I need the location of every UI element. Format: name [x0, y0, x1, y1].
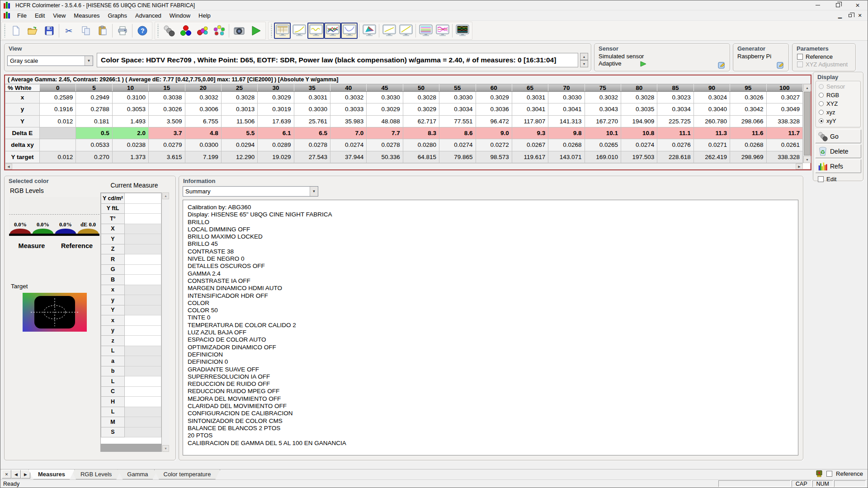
table-cell[interactable]: 0.0300 [185, 139, 221, 151]
new-file-button[interactable] [7, 23, 24, 39]
table-cell[interactable]: 0.2589 [40, 92, 76, 103]
table-cell[interactable]: 0.3028 [621, 92, 657, 103]
table-cell[interactable]: 62.717 [403, 115, 439, 127]
snapshot-button[interactable] [231, 23, 247, 39]
table-cell[interactable]: 9.3 [512, 127, 548, 139]
menu-edit[interactable]: Edit [31, 11, 49, 20]
table-cell[interactable]: 9.8 [548, 127, 585, 139]
table-cell[interactable]: 0.3026 [730, 92, 766, 103]
menu-file[interactable]: File [13, 11, 31, 20]
table-cell[interactable]: 7.7 [367, 127, 403, 139]
table-cell[interactable]: 143.071 [548, 151, 585, 163]
table-cell[interactable]: 25.761 [294, 115, 330, 127]
table-cell[interactable]: 0.3019 [258, 103, 294, 115]
go-button[interactable]: Go [815, 129, 861, 143]
table-cell[interactable]: 10.1 [585, 127, 621, 139]
document-icon[interactable] [3, 12, 11, 19]
table-cell[interactable]: 141.313 [548, 115, 585, 127]
measure-grayscale-button[interactable] [160, 23, 177, 39]
table-cell[interactable]: 3.615 [149, 151, 185, 163]
table-cell[interactable]: 0.0265 [585, 139, 621, 151]
table-cell[interactable]: 0.3043 [585, 103, 621, 115]
checkbox-box[interactable] [797, 54, 803, 60]
table-cell[interactable]: 2.0 [112, 127, 148, 139]
radio-icon[interactable] [819, 110, 824, 115]
mdi-restore-button[interactable] [845, 11, 855, 19]
chevron-down-icon[interactable]: ▼ [310, 187, 318, 196]
table-cell[interactable]: 0.3031 [294, 92, 330, 103]
table-cell[interactable]: 9.0 [476, 127, 512, 139]
view-cie-diagram-button[interactable] [361, 23, 377, 39]
table-cell[interactable]: 35.983 [330, 115, 367, 127]
table-cell[interactable]: 79.865 [439, 151, 476, 163]
table-cell[interactable]: 298.066 [730, 115, 766, 127]
measure-primaries-button[interactable] [177, 23, 194, 39]
table-cell[interactable]: 0.3027 [766, 92, 803, 103]
table-cell[interactable]: 10.8 [621, 127, 657, 139]
table-cell[interactable]: 0.3036 [476, 103, 512, 115]
table-cell[interactable]: 0.0533 [76, 139, 112, 151]
edit-checkbox[interactable]: Edit [813, 175, 863, 183]
table-vertical-scrollbar[interactable]: ▲ ▼ [803, 84, 811, 163]
toolbar-grip[interactable] [157, 24, 159, 38]
table-cell[interactable]: 0.3006 [185, 103, 221, 115]
table-cell[interactable]: 0.3053 [112, 103, 148, 115]
measure-fullcolors-button[interactable] [211, 23, 227, 39]
radio-icon[interactable] [819, 93, 824, 98]
table-cell[interactable]: 0.3029 [403, 103, 439, 115]
table-cell[interactable]: 0.0274 [330, 139, 367, 151]
paste-button[interactable] [94, 23, 111, 39]
table-cell[interactable]: 0.0272 [476, 139, 512, 151]
table-cell[interactable]: 48.088 [367, 115, 403, 127]
table-cell[interactable]: 262.419 [693, 151, 730, 163]
table-cell[interactable]: 0.3029 [258, 92, 294, 103]
table-horizontal-scrollbar[interactable]: ◀ ▶ [5, 163, 803, 169]
table-cell[interactable]: 0.181 [76, 115, 112, 127]
table-cell[interactable]: 12.290 [221, 151, 257, 163]
menu-advanced[interactable]: Advanced [131, 11, 165, 20]
run-measures-button[interactable] [247, 23, 264, 39]
table-cell[interactable]: 0.0238 [112, 139, 148, 151]
information-select[interactable]: Summary ▼ [183, 186, 318, 197]
sensor-play-icon[interactable] [640, 61, 646, 67]
table-cell[interactable]: 338.328 [766, 151, 803, 163]
table-cell[interactable]: 0.3034 [657, 103, 693, 115]
mdi-minimize-button[interactable]: ▁ [835, 11, 845, 19]
toolbar-grip[interactable] [270, 24, 273, 38]
radio-icon[interactable] [819, 118, 824, 123]
table-cell[interactable]: 0.0278 [367, 139, 403, 151]
table-cell[interactable]: 0.3032 [330, 92, 367, 103]
cut-button[interactable]: ✂ [61, 23, 77, 39]
delete-button[interactable]: ♻ Delete [815, 144, 861, 158]
info-spinner[interactable]: ▲▼ [580, 53, 588, 67]
view-histogram-button[interactable] [454, 23, 471, 39]
table-cell[interactable]: 228.618 [657, 151, 693, 163]
table-cell[interactable]: 11.3 [693, 127, 730, 139]
prev-tab-button[interactable]: ◀ [11, 470, 21, 479]
table-cell[interactable]: 0.3026 [149, 103, 185, 115]
generator-config-icon[interactable] [777, 61, 785, 69]
view-rgb-levels-button[interactable] [324, 23, 341, 39]
table-cell[interactable]: 0.3029 [476, 92, 512, 103]
chevron-down-icon[interactable]: ▼ [85, 56, 93, 66]
sensor-config-icon[interactable] [718, 61, 726, 69]
table-cell[interactable]: 1.493 [112, 115, 148, 127]
table-cell[interactable]: 260.780 [693, 115, 730, 127]
view-line2-button[interactable] [397, 23, 414, 39]
mdi-close-button[interactable]: ✕ [855, 11, 865, 19]
menu-view[interactable]: View [49, 11, 70, 20]
table-cell[interactable]: 117.807 [512, 115, 548, 127]
help-button[interactable]: ? [134, 23, 151, 39]
radio-icon[interactable] [819, 101, 824, 106]
view-luminance-button[interactable] [341, 23, 358, 39]
tab-rgb-levels[interactable]: RGB Levels [71, 469, 121, 479]
current-measure-scrollbar[interactable]: ▲ ▼ [162, 192, 169, 452]
refs-button[interactable]: Refs [815, 159, 861, 173]
view-line1-button[interactable] [381, 23, 397, 39]
table-cell[interactable]: 0.3041 [512, 103, 548, 115]
reference-checkbox[interactable] [826, 471, 832, 477]
table-cell[interactable]: 0.0271 [693, 139, 730, 151]
table-cell[interactable]: 0.3100 [112, 92, 148, 103]
table-cell[interactable]: 0.3030 [294, 103, 330, 115]
table-cell[interactable]: 0.3049 [766, 103, 803, 115]
